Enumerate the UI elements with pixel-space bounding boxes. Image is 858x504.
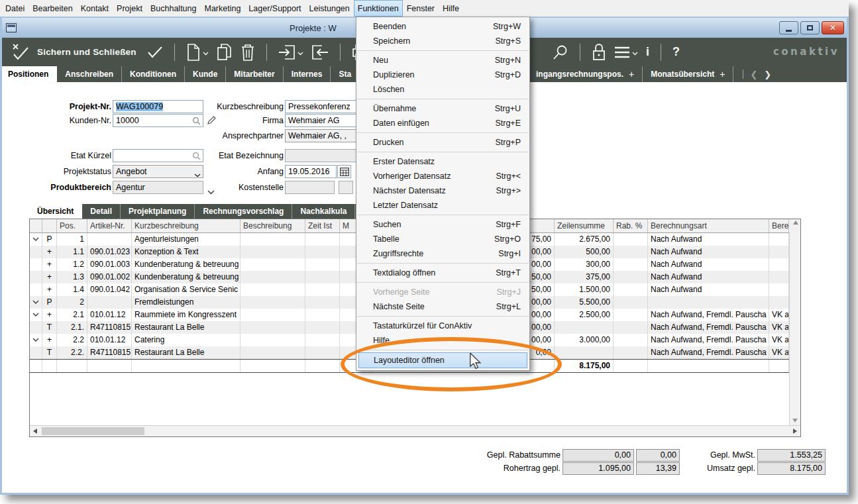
plus-icon[interactable]: + xyxy=(720,69,725,79)
table-header-cell[interactable]: Kurzbeschreibung xyxy=(132,219,241,232)
menu-item-label: Tastaturkürzel für ConAktiv xyxy=(373,321,472,330)
menu-item-nächster-datensatz[interactable]: Nächster DatensatzStrg+> xyxy=(356,183,529,198)
menu-item-textdialog-öffnen[interactable]: Textdialog öffnenStrg+T xyxy=(356,266,529,280)
close-button[interactable]: ✕ xyxy=(822,21,844,34)
tab-positionen[interactable]: Positionen xyxy=(0,66,57,82)
table-tab-detail[interactable]: Detail xyxy=(82,204,121,219)
menu-item-layouteditor-öffnen[interactable]: Layouteditor öffnen xyxy=(358,352,527,368)
anfang-input[interactable]: 19.05.2016 xyxy=(285,165,337,178)
menubar-item-projekt[interactable]: Projekt xyxy=(113,0,146,17)
menubar-item-kontakt[interactable]: Kontakt xyxy=(77,0,113,17)
menu-item-duplizieren[interactable]: DuplizierenStrg+D xyxy=(356,68,529,82)
tab-internes[interactable]: Internes xyxy=(284,66,331,82)
tab-monatsuebersicht[interactable]: Monatsübersicht + xyxy=(643,66,733,82)
expand-chevron-icon[interactable] xyxy=(30,296,42,309)
export-icon[interactable] xyxy=(311,44,329,61)
table-cell: + xyxy=(42,271,57,283)
menubar-item-buchhaltung[interactable]: Buchhaltung xyxy=(146,0,201,17)
expand-chevron-icon[interactable] xyxy=(30,233,42,246)
table-header-cell[interactable]: Artikel-Nr. xyxy=(87,219,132,232)
menu-item-daten-einfügen[interactable]: Daten einfügenStrg+E xyxy=(356,116,529,130)
list-menu-icon[interactable] xyxy=(614,46,638,59)
table-header-cell[interactable]: Beschreibung xyxy=(241,219,305,232)
table-header-cell[interactable]: Zeit Ist xyxy=(305,219,340,232)
table-tab-rechnungsvorschlag[interactable]: Rechnungsvorschlag xyxy=(195,204,292,219)
save-close-icon[interactable] xyxy=(12,43,29,62)
menu-item-letzter-datensatz[interactable]: Letzter Datensatz xyxy=(356,198,529,213)
projektstatus-select[interactable]: Angebot xyxy=(113,165,203,178)
produktbereich-input[interactable]: Agentur xyxy=(113,181,203,194)
scroll-left-icon[interactable] xyxy=(30,426,40,436)
minimize-button[interactable] xyxy=(779,21,798,34)
menu-item-übernahme[interactable]: ÜbernahmeStrg+U xyxy=(356,101,529,116)
trash-icon[interactable] xyxy=(241,44,255,61)
scroll-down-icon[interactable] xyxy=(792,419,798,423)
menu-item-vorherige-seite[interactable]: Vorherige SeiteStrg+J xyxy=(356,285,529,299)
etat-kuerzel-input[interactable] xyxy=(113,149,203,162)
help-icon[interactable]: ? xyxy=(672,45,680,59)
menubar-item-bearbeiten[interactable]: Bearbeiten xyxy=(28,0,76,17)
table-header-cell[interactable]: Berechnungsart xyxy=(648,219,769,232)
kunden-nr-input[interactable]: 10000 xyxy=(113,114,203,127)
maximize-button[interactable] xyxy=(800,21,820,34)
menu-item-vorheriger-datensatz[interactable]: Vorheriger DatensatzStrg+< xyxy=(356,169,529,183)
expand-chevron-icon[interactable] xyxy=(30,309,42,321)
menubar-item-datei[interactable]: Datei xyxy=(1,0,28,17)
table-tab-projektplanung[interactable]: Projektplanung xyxy=(121,204,195,219)
table-header-cell[interactable]: Rab. % xyxy=(614,219,648,232)
tab-kunde[interactable]: Kunde xyxy=(185,66,226,82)
menu-item-label: Vorherige Seite xyxy=(373,287,429,297)
menu-item-speichern[interactable]: SpeichernStrg+S xyxy=(356,34,529,48)
menu-item-zugriffsrechte[interactable]: ZugriffsrechteStrg+I xyxy=(356,246,529,261)
menubar-item-lager-support[interactable]: Lager/Support xyxy=(244,0,305,17)
table-header-cell[interactable] xyxy=(42,219,57,232)
menu-item-neu[interactable]: NeuStrg+N xyxy=(356,53,529,68)
menubar-item-leistungen[interactable]: Leistungen xyxy=(305,0,354,17)
menu-item-löschen[interactable]: Löschen xyxy=(356,82,529,97)
menubar-item-fenster[interactable]: Fenster xyxy=(403,0,439,17)
menu-item-nächste-seite[interactable]: Nächste SeiteStrg+L xyxy=(356,299,529,314)
table-tab-übersicht[interactable]: Übersicht xyxy=(29,204,82,219)
tab-prev-icon[interactable]: ❮ xyxy=(750,70,757,79)
menubar-item-funktionen[interactable]: Funktionen xyxy=(354,0,403,17)
menu-item-erster-datensatz[interactable]: Erster Datensatz xyxy=(356,154,529,169)
menu-item-drucken[interactable]: DruckenStrg+P xyxy=(356,135,529,150)
info-icon[interactable]: i xyxy=(646,45,649,59)
table-header-cell[interactable]: Pos. xyxy=(57,219,87,232)
menu-item-tastaturkürzel-für-conaktiv[interactable]: Tastaturkürzel für ConAktiv xyxy=(356,319,529,333)
tab-konditionen[interactable]: Konditionen xyxy=(122,66,185,82)
vertical-scrollbar[interactable] xyxy=(789,232,800,426)
menubar-item-marketing[interactable]: Marketing xyxy=(200,0,244,17)
menu-item-hilfe[interactable]: Hilfe xyxy=(356,333,529,348)
tab-eingangsrechnungspos[interactable]: ingangsrechnungspos. + xyxy=(527,66,643,82)
table-cell: Kundenberatung & betreuung xyxy=(132,271,241,283)
table-header-cell[interactable]: Zeilensumme xyxy=(555,219,614,232)
sort-up-icon[interactable] xyxy=(793,221,798,225)
plus-icon[interactable]: + xyxy=(629,69,634,79)
save-close-label[interactable]: Sichern und Schließen xyxy=(37,47,136,57)
tab-mitarbeiter[interactable]: Mitarbeiter xyxy=(226,66,283,82)
scroll-right-icon[interactable] xyxy=(790,426,800,436)
scrollbar-thumb[interactable] xyxy=(42,427,144,435)
save-icon[interactable] xyxy=(147,46,163,59)
menu-item-tabelle[interactable]: TabelleStrg+O xyxy=(356,232,529,246)
table-header-cell[interactable]: Bere xyxy=(769,219,789,232)
tab-anschreiben[interactable]: Anschreiben xyxy=(57,66,122,82)
new-document-icon[interactable] xyxy=(186,44,209,61)
tab-next-icon[interactable]: ❯ xyxy=(764,70,771,79)
kostenstelle-input[interactable] xyxy=(285,181,335,194)
menubar-item-hilfe[interactable]: Hilfe xyxy=(439,0,463,17)
menu-item-suchen[interactable]: SuchenStrg+F xyxy=(356,217,529,232)
projekt-nr-input[interactable]: WAG100079 xyxy=(113,100,203,113)
expand-chevron-icon[interactable] xyxy=(30,334,42,346)
search-icon[interactable] xyxy=(553,44,568,60)
table-header-cell[interactable] xyxy=(30,219,42,232)
table-tab-nachkalkula[interactable]: Nachkalkula xyxy=(292,204,355,219)
kurzbeschreibung-label: Kurzbeschreibung xyxy=(217,102,284,111)
calendar-icon[interactable] xyxy=(337,165,351,178)
lock-icon[interactable] xyxy=(592,44,606,61)
menu-item-beenden[interactable]: BeendenStrg+W xyxy=(356,19,529,34)
horizontal-scrollbar[interactable] xyxy=(30,425,800,436)
duplicate-icon[interactable] xyxy=(217,44,233,61)
import-icon[interactable] xyxy=(278,44,303,61)
